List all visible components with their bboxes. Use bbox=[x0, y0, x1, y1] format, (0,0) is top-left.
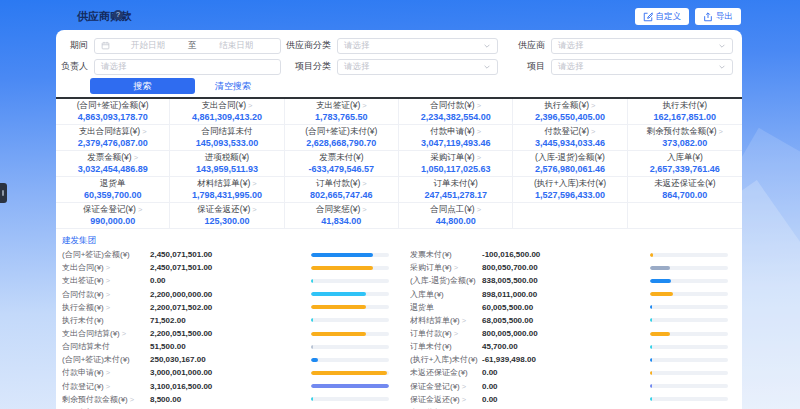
end-date-placeholder: 结束日期 bbox=[198, 40, 274, 52]
project-category-select[interactable]: 请选择 bbox=[337, 59, 498, 75]
metric-label[interactable]: 支出合同结算(¥)> bbox=[62, 328, 150, 339]
metric-label[interactable]: 支出合同(¥)> bbox=[62, 262, 150, 273]
metric-row: 支出合同结算(¥)>2,200,051,500.00 bbox=[62, 327, 389, 340]
metric-label: 订单未付(¥) bbox=[410, 341, 482, 352]
edit-icon bbox=[643, 12, 653, 22]
metric-value: 2,450,071,501.00 bbox=[150, 263, 311, 272]
metric-bar-fill bbox=[650, 318, 652, 322]
clear-search-link[interactable]: 清空搜索 bbox=[215, 80, 251, 93]
stat-cell[interactable]: 合同点工(¥)>44,800.00 bbox=[399, 203, 513, 229]
metric-value: 3,100,016,500.00 bbox=[150, 382, 311, 391]
stat-cell[interactable]: 材料结算单(¥)>1,798,431,995.00 bbox=[170, 177, 284, 203]
stat-cell[interactable]: 保证金返还(¥)>125,300.00 bbox=[170, 203, 284, 229]
metric-bar-fill bbox=[311, 292, 366, 296]
stat-value: 802,665,747.46 bbox=[310, 190, 373, 201]
metric-label[interactable]: 执行金额(¥)> bbox=[62, 302, 150, 313]
stat-label: (合同+签证)金额(¥) bbox=[77, 100, 149, 111]
metric-label[interactable]: 支出签证(¥)> bbox=[62, 275, 150, 286]
customize-button[interactable]: 自定义 bbox=[635, 8, 690, 25]
stat-value: -633,479,546.57 bbox=[309, 164, 375, 175]
metric-label: 合同结算未付 bbox=[62, 341, 150, 352]
stat-cell[interactable]: 支出签证(¥)>1,783,765.50 bbox=[285, 99, 399, 125]
owner-select[interactable]: 请选择 bbox=[94, 59, 281, 75]
metric-bar-track bbox=[311, 266, 389, 270]
metric-value: -61,939,498.00 bbox=[482, 355, 650, 364]
stat-value: 44,800.00 bbox=[436, 216, 476, 227]
metric-label: 入库单(¥) bbox=[410, 289, 482, 300]
metric-label[interactable]: 合同付款(¥)> bbox=[62, 289, 150, 300]
metric-label: 退货单 bbox=[410, 302, 482, 313]
metric-label[interactable]: 付款申请(¥)> bbox=[62, 367, 150, 378]
stat-label: 付款登记(¥)> bbox=[545, 126, 596, 137]
stat-cell[interactable]: 发票金额(¥)>3,032,454,486.89 bbox=[56, 151, 170, 177]
stat-cell: 入库单(¥)2,657,339,761.46 bbox=[628, 151, 742, 177]
stat-value: 4,861,309,413.20 bbox=[192, 112, 262, 123]
metric-value: 71,502.00 bbox=[150, 316, 311, 325]
start-date-placeholder: 开始日期 bbox=[110, 40, 186, 52]
metric-label[interactable]: 订单付款(¥)> bbox=[410, 328, 482, 339]
metric-label[interactable]: 保证金登记(¥)> bbox=[410, 381, 482, 392]
metric-label[interactable]: 采购订单(¥)> bbox=[410, 262, 482, 273]
stat-cell[interactable]: 支出合同(¥)>4,861,309,413.20 bbox=[170, 99, 284, 125]
stat-cell: (入库-退货)金额(¥)2,576,980,061.46 bbox=[513, 151, 627, 177]
metric-label: (入库-退货)金额(¥) bbox=[410, 275, 482, 286]
stat-cell[interactable]: 保证金登记(¥)>990,000.00 bbox=[56, 203, 170, 229]
metric-row: 合同付款(¥)>2,200,000,000.00 bbox=[62, 287, 389, 300]
project-select[interactable]: 请选择 bbox=[551, 59, 733, 75]
stat-cell: (合同+签证)金额(¥)4,863,093,178.70 bbox=[56, 99, 170, 125]
stat-cell[interactable]: 合同付款(¥)>2,234,382,554.00 bbox=[399, 99, 513, 125]
search-button[interactable]: 搜索 bbox=[90, 78, 195, 94]
metric-bar-track bbox=[311, 292, 389, 296]
metric-bar-fill bbox=[650, 345, 652, 349]
metric-label[interactable]: 付款登记(¥)> bbox=[62, 381, 150, 392]
metric-row: 剩余预付款金额(¥)>8,500.00 bbox=[62, 393, 389, 406]
metric-bar-track bbox=[311, 279, 389, 283]
stat-cell[interactable]: 合同奖惩(¥)>41,834.00 bbox=[285, 203, 399, 229]
stat-value: 2,234,382,554.00 bbox=[421, 112, 491, 123]
stat-label: 剩余预付款金额(¥)> bbox=[647, 126, 723, 137]
stat-label: 采购订单(¥)> bbox=[430, 152, 481, 163]
stat-cell[interactable]: 订单付款(¥)>802,665,747.46 bbox=[285, 177, 399, 203]
stat-cell[interactable]: 付款登记(¥)>3,445,934,033.46 bbox=[513, 125, 627, 151]
metric-label: 发票未付(¥) bbox=[410, 249, 482, 260]
metric-bar-track bbox=[650, 266, 728, 270]
stat-label: 保证金登记(¥)> bbox=[83, 204, 142, 215]
drill-chevron-icon: > bbox=[252, 179, 256, 188]
metric-row: 入库单(¥)898,011,000.00 bbox=[410, 287, 728, 300]
stat-value: 162,167,851.00 bbox=[654, 112, 717, 123]
supplier-category-select[interactable]: 请选择 bbox=[337, 38, 498, 54]
project-placeholder: 请选择 bbox=[558, 61, 718, 73]
drill-chevron-icon: > bbox=[142, 127, 146, 136]
metric-label[interactable]: 剩余预付款金额(¥)> bbox=[62, 394, 150, 405]
drill-chevron-icon: > bbox=[138, 205, 142, 214]
group-title-link[interactable]: 建发集团 bbox=[62, 235, 96, 247]
stat-cell: (合同+签证)未付(¥)2,628,668,790.70 bbox=[285, 125, 399, 151]
stat-label: 支出合同结算(¥)> bbox=[79, 126, 147, 137]
drill-chevron-icon: > bbox=[122, 329, 126, 338]
stat-cell[interactable]: 付款申请(¥)>3,047,119,493.46 bbox=[399, 125, 513, 151]
metric-label[interactable]: 保证金返还(¥)> bbox=[410, 394, 482, 405]
date-range-separator: 至 bbox=[186, 40, 199, 52]
metric-label[interactable]: 材料结算单(¥)> bbox=[410, 315, 482, 326]
metric-bar-fill bbox=[311, 332, 366, 336]
stat-cell[interactable]: 支出合同结算(¥)>2,379,476,087.00 bbox=[56, 125, 170, 151]
metric-bar-fill bbox=[311, 318, 313, 322]
supplier-select[interactable]: 请选择 bbox=[551, 38, 733, 54]
chevron-down-icon bbox=[483, 42, 491, 50]
period-date-range-input[interactable]: 开始日期 至 结束日期 bbox=[94, 38, 281, 54]
stat-label: (合同+签证)未付(¥) bbox=[305, 126, 377, 137]
stat-value: 60,359,700.00 bbox=[84, 190, 142, 201]
stat-value: 41,834.00 bbox=[321, 216, 361, 227]
stat-cell[interactable]: 采购订单(¥)>1,050,117,025.63 bbox=[399, 151, 513, 177]
main-panel: 期间 开始日期 至 结束日期 供应商分类 请选择 供应商 请选择 bbox=[56, 30, 742, 409]
supplier-category-placeholder: 请选择 bbox=[344, 40, 483, 52]
stat-cell[interactable]: 剩余预付款金额(¥)>373,082.00 bbox=[628, 125, 742, 151]
stat-value: 3,445,934,033.46 bbox=[535, 138, 605, 149]
metric-bar-fill bbox=[311, 279, 313, 283]
stat-cell[interactable]: 执行金额(¥)>2,396,550,405.00 bbox=[513, 99, 627, 125]
sidebar-toggle-handle[interactable] bbox=[0, 183, 7, 203]
export-button[interactable]: 导出 bbox=[695, 8, 741, 25]
stat-label: 订单付款(¥)> bbox=[316, 178, 367, 189]
drill-chevron-icon: > bbox=[591, 101, 595, 110]
help-icon[interactable]: ? bbox=[113, 10, 123, 20]
